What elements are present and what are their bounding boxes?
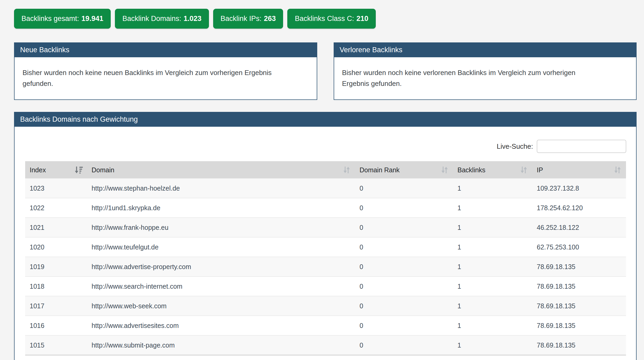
stat-badge-backlinks-class-c: Backlinks Class C: 210 <box>287 9 376 29</box>
table-row: 1020 http://www.teufelgut.de 0 1 62.75.2… <box>25 237 626 257</box>
ip-cell: 78.69.18.135 <box>532 296 626 316</box>
col-header-ip[interactable]: IP <box>532 161 626 178</box>
col-header-domain[interactable]: Domain <box>87 161 355 178</box>
live-search-label: Live-Suche: <box>497 141 533 152</box>
backlinks-cell: 1 <box>453 276 533 296</box>
domain-rank-cell: 0 <box>355 257 453 276</box>
backlinks-cell: 1 <box>453 296 533 316</box>
table-header-row: Index <box>25 161 626 178</box>
backlinks-cell: 1 <box>453 237 533 257</box>
stat-badge-backlink-ips: Backlink IPs: 263 <box>213 9 283 29</box>
index-cell: 1022 <box>25 198 87 218</box>
stat-value: 263 <box>264 15 276 23</box>
domain-link[interactable]: http://1und1.skrypka.de <box>87 198 355 218</box>
ip-cell: 178.254.62.120 <box>532 198 626 218</box>
backlink-domains-panel: Backlinks Domains nach Gewichtung Live-S… <box>14 112 637 360</box>
backlinks-table: Index <box>25 161 626 360</box>
stat-value: 19.941 <box>82 15 104 23</box>
panel-body: Live-Suche: Index <box>15 127 636 360</box>
stat-value: 210 <box>356 15 368 23</box>
backlinks-cell: 1 <box>453 178 533 198</box>
ip-cell: 78.69.18.135 <box>532 276 626 296</box>
sort-amount-desc-icon[interactable] <box>74 165 83 175</box>
domain-rank-cell: 0 <box>355 237 453 257</box>
ip-cell: 78.69.18.135 <box>532 316 626 335</box>
index-cell: 1021 <box>25 218 87 237</box>
panel-body: Bisher wurden noch keine neuen Backlinks… <box>15 57 317 99</box>
table-row: 1015 http://www.submit-page.com 0 1 78.6… <box>25 335 626 355</box>
index-cell: 1023 <box>25 178 87 198</box>
ip-cell: 78.69.18.135 <box>532 257 626 276</box>
index-cell: 1015 <box>25 335 87 355</box>
ip-cell: 62.75.253.100 <box>532 237 626 257</box>
domain-link[interactable]: http://www.teufelgut.de <box>87 237 355 257</box>
table-row: 1023 http://www.stephan-hoelzel.de 0 1 1… <box>25 178 626 198</box>
index-cell: 1019 <box>25 257 87 276</box>
sort-both-icon[interactable] <box>342 165 351 175</box>
domain-link[interactable]: http://www.search-internet.com <box>87 276 355 296</box>
live-search-row: Live-Suche: <box>25 140 626 153</box>
ip-cell: 46.252.18.122 <box>532 218 626 237</box>
ip-cell: 78.69.18.135 <box>532 335 626 355</box>
table-row: 1018 http://www.search-internet.com 0 1 … <box>25 276 626 296</box>
backlinks-dashboard: Backlinks gesamt: 19.941 Backlink Domain… <box>0 0 644 360</box>
col-label-index: Index <box>30 165 46 175</box>
stats-badge-row: Backlinks gesamt: 19.941 Backlink Domain… <box>14 9 637 29</box>
sort-both-icon[interactable] <box>519 165 528 175</box>
new-backlinks-message: Bisher wurden noch keine neuen Backlinks… <box>23 67 274 89</box>
backlinks-cell: 1 <box>453 316 533 335</box>
index-cell: 1018 <box>25 276 87 296</box>
domain-link[interactable]: http://www.advertise-property.com <box>87 257 355 276</box>
stat-badge-backlink-domains: Backlink Domains: 1.023 <box>115 9 209 29</box>
domain-rank-cell: 0 <box>355 296 453 316</box>
stat-label: Backlinks gesamt: <box>21 15 79 23</box>
lost-backlinks-message: Bisher wurden noch keine verlorenen Back… <box>342 67 594 89</box>
lost-backlinks-panel: Verlorene Backlinks Bisher wurden noch k… <box>334 42 637 100</box>
index-cell: 1020 <box>25 237 87 257</box>
info-panels-row: Neue Backlinks Bisher wurden noch keine … <box>14 42 637 100</box>
stat-label: Backlinks Class C: <box>295 15 354 23</box>
backlinks-cell: 1 <box>453 335 533 355</box>
domain-link[interactable]: http://www.advertisesites.com <box>87 316 355 335</box>
domain-link[interactable]: http://www.submit-page.com <box>87 335 355 355</box>
ip-cell: 109.237.132.8 <box>532 178 626 198</box>
backlinks-cell: 1 <box>453 198 533 218</box>
sort-both-icon[interactable] <box>613 165 622 175</box>
sort-both-icon[interactable] <box>440 165 449 175</box>
stat-label: Backlink IPs: <box>221 15 262 23</box>
col-label-domain: Domain <box>92 165 114 175</box>
backlinks-cell: 1 <box>453 218 533 237</box>
domain-link[interactable]: http://www.web-seek.com <box>87 296 355 316</box>
domain-rank-cell: 0 <box>355 276 453 296</box>
new-backlinks-panel: Neue Backlinks Bisher wurden noch keine … <box>14 42 317 100</box>
col-header-backlinks[interactable]: Backlinks <box>453 161 533 178</box>
domain-rank-cell: 0 <box>355 198 453 218</box>
col-label-ip: IP <box>537 165 543 175</box>
stat-label: Backlink Domains: <box>122 15 181 23</box>
domain-rank-cell: 0 <box>355 178 453 198</box>
panel-title: Neue Backlinks <box>15 43 317 57</box>
table-row: 1022 http://1und1.skrypka.de 0 1 178.254… <box>25 198 626 218</box>
col-header-index[interactable]: Index <box>25 161 87 178</box>
live-search-input[interactable] <box>537 140 626 153</box>
index-cell: 1016 <box>25 316 87 335</box>
domain-rank-cell: 0 <box>355 335 453 355</box>
domain-link[interactable]: http://www.frank-hoppe.eu <box>87 218 355 237</box>
backlinks-cell: 1 <box>453 257 533 276</box>
table-row: 1016 http://www.advertisesites.com 0 1 7… <box>25 316 626 335</box>
table-row: 1019 http://www.advertise-property.com 0… <box>25 257 626 276</box>
stat-badge-backlinks-total: Backlinks gesamt: 19.941 <box>14 9 111 29</box>
stat-value: 1.023 <box>184 15 202 23</box>
table-row: 1021 http://www.frank-hoppe.eu 0 1 46.25… <box>25 218 626 237</box>
domain-link[interactable]: http://www.stephan-hoelzel.de <box>87 178 355 198</box>
col-label-domain-rank: Domain Rank <box>360 165 400 175</box>
col-header-domain-rank[interactable]: Domain Rank <box>355 161 453 178</box>
domain-rank-cell: 0 <box>355 218 453 237</box>
index-cell: 1017 <box>25 296 87 316</box>
table-row: 1017 http://www.web-seek.com 0 1 78.69.1… <box>25 296 626 316</box>
col-label-backlinks: Backlinks <box>458 165 486 175</box>
panel-title: Backlinks Domains nach Gewichtung <box>15 112 636 127</box>
panel-title: Verlorene Backlinks <box>334 43 636 57</box>
domain-rank-cell: 0 <box>355 316 453 335</box>
backlinks-table-body: 1023 http://www.stephan-hoelzel.de 0 1 1… <box>25 178 626 360</box>
